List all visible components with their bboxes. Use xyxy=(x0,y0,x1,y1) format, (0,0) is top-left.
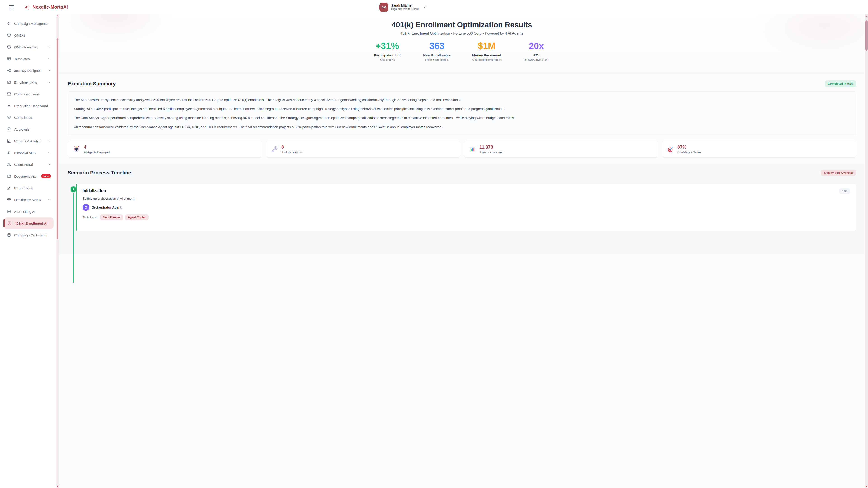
sidebar-item-label: Campaign Manageme xyxy=(14,22,48,26)
brand-logo[interactable]: Nexgile-MortgAI xyxy=(24,4,68,10)
tool-chip[interactable]: Task Planner xyxy=(100,215,123,220)
metric-card-agents: 4 AI Agents Deployed xyxy=(68,141,262,158)
page-title: 401(k) Enrollment Optimization Results xyxy=(59,20,434,29)
sidebar-item-campaign-orchestration[interactable]: Campaign Orchestrati xyxy=(0,229,59,241)
execution-summary-title: Execution Summary xyxy=(68,81,116,87)
timeline-connector xyxy=(73,193,74,244)
agent-row: O Orchestrator Agent xyxy=(83,204,434,211)
avatar: SM xyxy=(379,3,388,12)
main-content: 401(k) Enrollment Optimization Results 4… xyxy=(59,14,434,244)
top-header: Nexgile-MortgAI SM Sarah Mitchell High-N… xyxy=(0,0,434,14)
chevron-down-icon xyxy=(48,163,51,166)
sidebar-item-financial-nps[interactable]: Financial NPS xyxy=(0,147,59,159)
sidebar-item-label: Star Rating AI xyxy=(14,210,35,214)
sidebar-item-document-vault[interactable]: Document Vau New xyxy=(0,170,59,182)
stat-sublabel: 52% to 83% xyxy=(362,58,412,61)
metric-label: AI Agents Deployed xyxy=(84,151,110,154)
metric-card-content: 8 Tool Invocations xyxy=(281,144,303,154)
megaphone-icon xyxy=(7,21,11,26)
hamburger-menu-icon[interactable] xyxy=(9,5,14,9)
chevron-down-icon xyxy=(48,57,51,60)
sidebar-item-label: Preferences xyxy=(14,186,33,190)
scroll-up-icon[interactable] xyxy=(56,15,59,17)
sidebar-item-star-rating-ai[interactable]: Star Rating AI xyxy=(0,205,59,217)
sidebar-item-preferences[interactable]: Preferences xyxy=(0,182,59,194)
sidebar-item-label: Templates xyxy=(14,57,30,61)
agent-avatar: O xyxy=(83,204,89,211)
sidebar-item-onekit[interactable]: ONEkit xyxy=(0,29,59,41)
sidebar-item-healthcare-star-ratings[interactable]: Healthcare Star R xyxy=(0,194,59,205)
folder-icon xyxy=(7,80,11,85)
wrench-icon xyxy=(271,146,278,153)
sidebar-item-label: ONEkit xyxy=(14,33,25,37)
summary-paragraph: All recommendations were validated by th… xyxy=(74,124,434,130)
user-name: Sarah Mitchell xyxy=(391,3,418,7)
stat-value: 363 xyxy=(412,41,434,51)
sidebar-item-approvals[interactable]: Approvals xyxy=(0,123,59,135)
user-role: High-Net-Worth Client xyxy=(391,7,418,11)
execution-summary-section: Execution Summary Completed in 0:19 The … xyxy=(59,74,434,158)
sidebar-item-label: Financial NPS xyxy=(14,151,36,155)
layout-icon xyxy=(7,57,11,61)
step-description: Setting up orchestration environment xyxy=(83,197,434,200)
sidebar-item-communications[interactable]: Communications xyxy=(0,88,59,100)
timeline-header: Scenario Process Timeline Step-by-Step O… xyxy=(68,170,434,176)
mail-icon xyxy=(7,92,11,96)
stat-value: +31% xyxy=(362,41,412,51)
summary-paragraph: Starting with a 48% participation rate, … xyxy=(74,106,434,111)
play-orbit-icon xyxy=(7,45,11,49)
metric-value: 4 xyxy=(84,144,110,150)
sun-icon xyxy=(7,103,11,108)
brand-name: Nexgile-MortgAI xyxy=(33,4,68,10)
sidebar-item-oneinteractive[interactable]: ONEinteractive xyxy=(0,41,59,53)
file-text-icon xyxy=(7,209,11,214)
sidebar-item-label: Compliance xyxy=(14,116,32,120)
sidebar-item-client-portal[interactable]: Client Portal xyxy=(0,159,59,170)
chevron-down-icon xyxy=(48,139,51,142)
results-hero: 401(k) Enrollment Optimization Results 4… xyxy=(59,14,434,74)
sidebar-item-label: Reports & Analyti xyxy=(14,139,40,143)
sidebar-item-label: ONEinteractive xyxy=(14,45,37,49)
sidebar-item-campaign-management[interactable]: Campaign Manageme xyxy=(0,18,59,29)
summary-paragraph: The AI orchestration system successfully… xyxy=(74,97,434,103)
sidebar-item-journey-designer[interactable]: Journey Designer xyxy=(0,65,59,76)
robot-icon xyxy=(73,146,80,153)
chevron-down-icon xyxy=(423,5,426,9)
timeline: 1 Initialization 0:00 Setting up orchest… xyxy=(68,184,434,231)
sidebar-item-production-dashboard[interactable]: Production Dashboard xyxy=(0,100,59,111)
dollar-icon xyxy=(7,151,11,155)
tool-chip[interactable]: Agent Router xyxy=(125,215,149,220)
sidebar-scrollbar-thumb[interactable] xyxy=(57,38,58,239)
new-badge: New xyxy=(41,174,51,178)
page-subtitle: 401(k) Enrollment Optimization - Fortune… xyxy=(59,31,434,35)
timeline-section: Scenario Process Timeline Step-by-Step O… xyxy=(59,164,434,244)
sidebar-scrollbar[interactable] xyxy=(56,14,59,244)
metric-label: Tool Invocations xyxy=(281,151,303,154)
sidebar-item-compliance[interactable]: Compliance xyxy=(0,111,59,123)
sidebar-item-label: Healthcare Star R xyxy=(14,198,41,202)
sidebar-item-label: Enrollment Kits xyxy=(14,80,37,84)
share-network-icon xyxy=(7,68,11,73)
user-menu[interactable]: SM Sarah Mitchell High-Net-Worth Client xyxy=(379,3,426,12)
execution-summary-box: The AI orchestration system successfully… xyxy=(68,92,434,135)
sidebar-item-401k-enrollment-ai[interactable]: 401(k) Enrollment AI xyxy=(4,217,54,229)
tools-label: Tools Used: xyxy=(83,216,98,219)
metric-value: 8 xyxy=(281,144,303,150)
sidebar-item-label: Journey Designer xyxy=(14,69,41,72)
step-title: Initialization xyxy=(83,188,106,193)
sidebar-item-reports-analytics[interactable]: Reports & Analyti xyxy=(0,135,59,147)
sidebar-item-label: Approvals xyxy=(14,127,29,131)
sidebar-item-enrollment-kits[interactable]: Enrollment Kits xyxy=(0,76,59,88)
metric-cards: 4 AI Agents Deployed 8 Tool Invocations xyxy=(68,141,434,158)
chevron-down-icon xyxy=(48,80,51,84)
sidebar-item-label: Production Dashboard xyxy=(14,104,48,108)
sidebar-item-templates[interactable]: Templates xyxy=(0,53,59,65)
clipboard-check-icon xyxy=(7,127,11,131)
sidebar-item-label: Document Vau xyxy=(14,174,36,178)
chevron-down-icon xyxy=(48,69,51,72)
sidebar-item-label: Communications xyxy=(14,92,39,96)
sidebar-nav: Campaign Manageme ONEkit ONEinteractive … xyxy=(0,14,59,244)
sliders-icon xyxy=(7,186,11,190)
chevron-down-icon xyxy=(48,151,51,154)
file-text-icon xyxy=(7,221,12,225)
